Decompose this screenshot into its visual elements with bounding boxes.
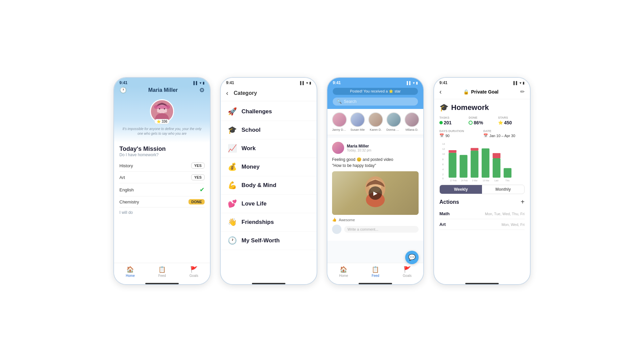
star-badge: ⭐ 336 [154,119,169,124]
svg-text:8: 8 [442,158,443,161]
task-name-art: Art [119,175,125,180]
mission-title: Today's Mission [119,145,205,153]
nav-home-1[interactable]: 🏠 Home [126,266,135,278]
svg-text:6: 6 [442,163,443,166]
nav-feed-3[interactable]: 📋 Feed [372,266,379,278]
feed-user-5[interactable]: Milana D. [405,112,419,131]
stat-tasks: Tasks 201 [439,116,466,125]
phone-goal: 9:41 ▌▌ ▾ ▮ ‹ 🔒 Private Goal ✏ 🎓 Homewor… [433,77,531,285]
cat-money[interactable]: 💰 Money [221,158,317,176]
svg-text:10 Mar: 10 Mar [483,179,490,182]
add-action-button[interactable]: + [521,198,525,206]
feed-avatar-5 [405,112,419,127]
search-bar[interactable]: 🔍 Search [333,98,418,106]
signal-icon-2: ▌▌ [300,81,305,85]
status-icons-2: ▌▌ ▾ ▮ [300,81,311,85]
svg-text:2: 2 [442,173,443,176]
feed-icon-1: 📋 [158,266,166,273]
work-icon: 📈 [227,144,237,153]
goal-content: 🎓 Homework Tasks 201 Done 86% [434,99,530,282]
svg-rect-24 [482,148,489,178]
history-icon[interactable]: 🕐 [119,86,127,94]
action-row-math: Math Mon, Tue, Wed, Thu, Fri [439,208,525,219]
nav-goals-1[interactable]: 🚩 Goals [190,266,198,278]
post-video[interactable]: ▶ [332,171,419,215]
home-icon-3: 🏠 [340,266,347,273]
svg-rect-5 [154,105,170,109]
tab-weekly[interactable]: Weekly [440,185,482,194]
wifi-icon-2: ▾ [306,81,308,85]
wifi-icon-4: ▾ [520,81,521,85]
settings-icon[interactable]: ⚙ [199,86,205,94]
category-title: Category [234,90,257,96]
money-label: Money [241,164,260,170]
post-card: Maria Miller Today, 10:32 pm Feeling goo… [327,138,423,241]
feed-name-1: Janny Dou... [332,128,347,131]
like-label[interactable]: Awesome [339,218,355,222]
friendships-icon: 👋 [227,218,237,227]
feed-content: Janny Dou... Susan Mie Karen D. Donna Ko… [327,109,423,263]
done-label: Done [469,116,495,119]
back-button-2[interactable]: ‹ [226,89,228,97]
body-mind-icon: 💪 [227,181,237,190]
nav-home-3[interactable]: 🏠 Home [339,266,348,278]
stars-star-icon: ⭐ [498,120,503,125]
feed-user-2[interactable]: Susan Mie [350,112,365,131]
friendships-label: Friendships [241,219,274,226]
status-icons-1: ▌▌ ▾ ▮ [194,81,205,85]
cat-challenges[interactable]: 🚀 Challenges [221,103,317,121]
bio-text: It's impossible for anyone to define you… [119,127,205,136]
cat-body-mind[interactable]: 💪 Body & Mind [221,176,317,195]
battery-icon: ▮ [203,81,205,85]
app-container: 9:41 ▌▌ ▾ ▮ 🕐 Maria Miller ⚙ [0,0,644,362]
nav-home-label-3: Home [339,274,348,278]
comment-input[interactable]: Write a comment... [344,226,419,233]
task-badge-history[interactable]: YES [191,163,205,169]
feed-avatar-1 [332,112,347,127]
nav-feed-1[interactable]: 📋 Feed [158,266,166,278]
status-icons-3: ▌▌ ▾ ▮ [407,81,418,85]
feed-name-3: Karen D. [370,128,382,131]
feed-user-1[interactable]: Janny Dou... [332,112,347,131]
avatar-container: ⭐ 336 [150,99,174,123]
goals-icon-1: 🚩 [190,266,198,273]
nav-goals-3[interactable]: 🚩 Goals [403,266,412,278]
fab-button[interactable]: 💬 [405,251,419,264]
svg-text:4: 4 [442,168,443,171]
post-user-row: Maria Miller Today, 10:32 pm [332,142,419,154]
task-badge-chemistry[interactable]: DONE [189,199,205,204]
task-name-history: History [119,163,133,168]
svg-text:0: 0 [442,177,443,180]
feed-user-3[interactable]: Karen D. [368,112,383,131]
cat-self-worth[interactable]: 🕐 My Self-Worth [221,232,317,250]
task-row-history: History YES [119,160,205,172]
back-button-4[interactable]: ‹ [439,88,442,96]
edit-icon[interactable]: ✏ [520,88,525,95]
cat-love-life[interactable]: 💕 Love Life [221,195,317,213]
notification-bar: Posted! You received a ⭐ star [333,88,418,95]
cat-work[interactable]: 📈 Work [221,139,317,158]
actions-title: Actions [439,199,459,205]
comment-row: Write a comment... [332,222,419,237]
home-indicator-1 [145,283,179,284]
date-grid: Days Duration 📅 90 Date 📅 Jan 10 – Apr 3… [439,129,525,138]
battery-icon-3: ▮ [416,81,418,85]
task-row-chemistry: Chemistry DONE [119,196,205,207]
tab-monthly[interactable]: Monthly [482,185,524,194]
status-bar-4: 9:41 ▌▌ ▾ ▮ [434,78,530,86]
done-value: 86% [469,120,495,125]
nav-feed-label-3: Feed [372,274,379,278]
cat-friendships[interactable]: 👋 Friendships [221,213,317,232]
user-avatars-row: Janny Dou... Susan Mie Karen D. Donna Ko… [327,109,423,135]
task-check-english: ✔ [200,186,205,193]
nav-feed-label-1: Feed [158,274,166,278]
nav-home-label-1: Home [126,274,135,278]
thumbs-up-icon: 👍 [332,218,337,222]
cat-school[interactable]: 🎓 School [221,121,317,139]
time-2: 9:41 [226,80,234,85]
task-badge-art[interactable]: YES [191,174,205,180]
date-label: Date [483,129,525,133]
feed-user-4[interactable]: Donna Kol... [386,112,401,131]
play-button[interactable]: ▶ [369,186,382,200]
signal-icon-3: ▌▌ [407,81,412,85]
